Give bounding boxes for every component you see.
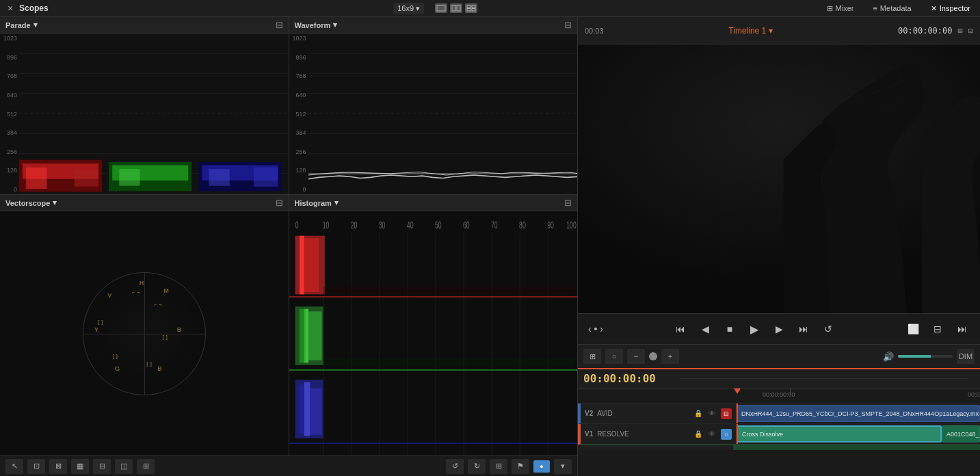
wf-y-384: 384 (289, 129, 308, 136)
nav-arrows[interactable]: ‹ • › (586, 319, 605, 339)
histogram-title-btn[interactable]: Histogram ▾ (295, 198, 339, 207)
scope-tool-5[interactable]: ◫ (115, 459, 133, 474)
vectorscope-header: Vectorscope ▾ ⊟ (0, 195, 289, 211)
vs-label-G: G (115, 365, 120, 372)
close-button[interactable]: × (5, 3, 15, 13)
scope-tool-3[interactable]: ▦ (71, 459, 89, 474)
volume-slider[interactable] (898, 355, 953, 358)
vs-label-Y: Y (94, 326, 98, 333)
playhead-v1 (737, 424, 738, 444)
waveform-settings[interactable]: ⊟ (564, 20, 572, 30)
parade-title-btn[interactable]: Parade ▾ (5, 21, 38, 29)
track-v1-eye[interactable]: 👁 (707, 429, 717, 439)
v1-transition-text: Cross Dissolve (742, 431, 783, 438)
parade-title: Parade (5, 21, 31, 29)
layout-icons (435, 3, 477, 13)
toolbar-plus[interactable]: + (661, 349, 679, 364)
timeline-tracks: V2 AVID 🔒 👁 ⊟ DNxHR444_12su_PRD65_YCbCr_… (578, 404, 980, 476)
timeline-divider (679, 378, 968, 379)
svg-rect-60 (300, 236, 304, 295)
svg-text:0: 0 (295, 220, 298, 231)
layout-split[interactable] (450, 3, 462, 13)
preview-timecode: 00:03 (585, 27, 604, 35)
prev-frame-button[interactable]: ◀ (696, 319, 715, 339)
v1-main-clip[interactable]: A001C048_190111QA_CANON_V1-0001.mxf (942, 425, 980, 442)
track-v2-eye[interactable]: 👁 (707, 409, 717, 419)
skip-end-button[interactable]: ⏭ (953, 319, 972, 339)
svg-rect-5 (467, 9, 471, 12)
nav-metadata[interactable]: ≡ Metadata (869, 3, 915, 14)
scope-tool-2[interactable]: ⊠ (49, 459, 67, 474)
dim-button[interactable]: DIM (957, 349, 975, 364)
scope-rotate-left[interactable]: ↺ (446, 459, 464, 474)
parade-visualization (19, 34, 289, 194)
track-v1-lock[interactable]: 🔒 (693, 429, 703, 439)
next-frame-button[interactable]: ▶ (769, 319, 789, 339)
skip-back-button[interactable]: ⏮ (671, 319, 690, 339)
timeline-label[interactable]: Timeline 1 ▾ (728, 26, 773, 36)
preview-shrink-icon[interactable]: ⊟ (968, 26, 973, 36)
preview-expand-icon[interactable]: ⊞ (958, 26, 963, 36)
layout-single[interactable] (435, 3, 447, 13)
wf-y-640: 640 (289, 92, 308, 98)
svg-rect-1 (452, 5, 455, 11)
fullscreen-button[interactable]: ⬜ (903, 319, 923, 339)
play-button[interactable]: ▶ (745, 319, 764, 339)
waveform-header: Waveform ▾ ⊟ (289, 17, 578, 34)
scope-grid[interactable]: ⊞ (490, 459, 507, 474)
svg-text:100: 100 (566, 220, 577, 231)
wf-y-896: 896 (289, 54, 308, 61)
toolbar-circle[interactable]: ○ (605, 349, 623, 364)
ratio-arrow: ▾ (416, 4, 420, 13)
scope-color-btn[interactable]: ● (533, 460, 550, 473)
track-v2-color[interactable]: ⊟ (721, 408, 732, 419)
ratio-selector[interactable]: 16x9 ▾ (393, 3, 424, 14)
layout-quad[interactable] (465, 3, 477, 13)
pip-button[interactable]: ⊟ (928, 319, 947, 339)
toolbar-minus[interactable]: − (627, 349, 645, 364)
timecode-display: 00:00:00:00 (583, 372, 665, 385)
histogram-settings[interactable]: ⊟ (564, 198, 572, 208)
skip-fwd-button[interactable]: ⏭ (794, 319, 813, 339)
toolbar-grid[interactable]: ⊞ (583, 349, 601, 364)
scope-tool-4[interactable]: ⊟ (93, 459, 111, 474)
nav-inspector[interactable]: ✕ Inspector (927, 3, 975, 14)
parade-settings[interactable]: ⊟ (276, 20, 283, 30)
waveform-title-btn[interactable]: Waveform ▾ (295, 21, 338, 29)
metadata-icon: ≡ (873, 4, 877, 12)
vs-label-M: M (163, 287, 169, 294)
vectorscope-settings[interactable]: ⊟ (276, 198, 283, 208)
stop-button[interactable]: ■ (720, 319, 739, 339)
vectorscope-title-btn[interactable]: Vectorscope ▾ (5, 198, 57, 207)
playhead-triangle (734, 388, 741, 394)
v2-clip[interactable]: DNxHR444_12su_PRD65_YCbCr_DCI-P3_SMPTE_2… (737, 405, 980, 422)
track-header-v2: V2 AVID 🔒 👁 ⊟ (581, 404, 737, 423)
histogram-header: Histogram ▾ ⊟ (289, 195, 578, 211)
svg-rect-66 (300, 309, 306, 363)
loop-button[interactable]: ↺ (819, 319, 838, 339)
scope-tool-select[interactable]: ↖ (5, 459, 23, 474)
parade-y-128: 128 (0, 167, 19, 174)
transport-right: ⬜ ⊟ ⏭ (903, 319, 972, 339)
histogram-content: 0 10 20 30 40 50 60 70 80 90 100 (289, 211, 578, 455)
scope-arrow-down[interactable]: ▾ (554, 459, 572, 474)
vs-bracket-2: ⌐ ¬ (154, 302, 162, 308)
scope-tool-6[interactable]: ⊞ (137, 459, 155, 474)
scope-tool-1[interactable]: ⊡ (27, 459, 45, 474)
wf-y-1023: 1023 (289, 35, 308, 42)
track-v2-lock[interactable]: 🔒 (693, 409, 703, 419)
waveform-pane: Waveform ▾ ⊟ 1023 896 768 640 512 384 25… (289, 17, 578, 194)
scope-flag[interactable]: ⚑ (512, 459, 529, 474)
transport-controls: ‹ • › ⏮ ◀ ■ ▶ ▶ ⏭ ↺ ⬜ ⊟ ⏭ (578, 313, 980, 344)
svg-text:90: 90 (547, 220, 554, 231)
track-v1-color[interactable]: ○ (721, 429, 732, 440)
nav-mixer[interactable]: ⊞ Mixer (823, 3, 858, 14)
ratio-label: 16x9 (397, 4, 414, 12)
waveform-y-labels: 1023 896 768 640 512 384 256 128 0 (289, 34, 308, 194)
parade-pane: Parade ▾ ⊟ 1023 896 768 640 512 384 256 (0, 17, 289, 194)
v1-transition-clip[interactable]: Cross Dissolve (737, 425, 942, 442)
vs-label-B2: B (157, 365, 162, 372)
timeline-ruler[interactable]: 00:00:00:00 00:00:01:13 00:00:03:01 00:0… (578, 388, 980, 404)
scope-rotate-right[interactable]: ↻ (468, 459, 486, 474)
toolbar-dot[interactable] (649, 352, 657, 360)
